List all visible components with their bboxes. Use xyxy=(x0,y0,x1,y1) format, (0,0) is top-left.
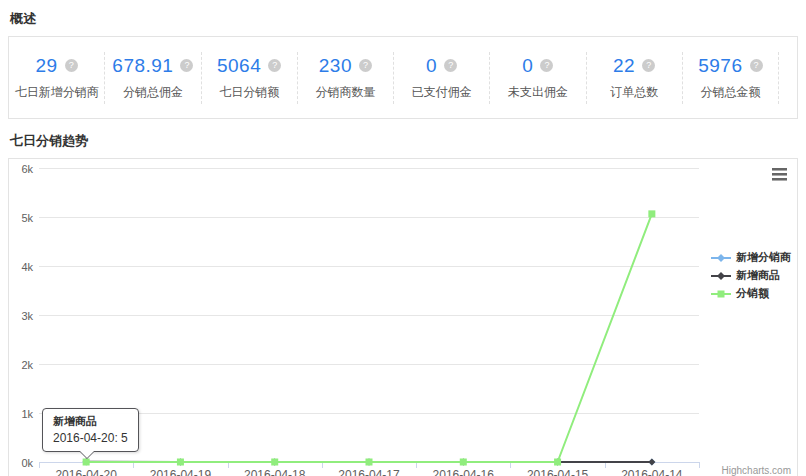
legend-item-1[interactable]: 新增商品 xyxy=(711,268,791,283)
axis-label: 2016-04-19 xyxy=(150,468,212,476)
axis-label: 2016-04-15 xyxy=(527,468,589,476)
axis-label: 2016-04-18 xyxy=(244,468,306,476)
data-point-marker[interactable] xyxy=(83,459,90,466)
axis-label: 1k xyxy=(21,408,33,420)
stat-label: 订单总数 xyxy=(587,84,682,101)
stat-card-sales-7d: 5064 ? 七日分销额 xyxy=(202,52,298,104)
axis-label: 2016-04-17 xyxy=(338,468,400,476)
trend-title: 七日分销趋势 xyxy=(10,132,798,150)
stat-value: 29 xyxy=(36,55,58,77)
legend-label: 新增商品 xyxy=(736,268,780,283)
help-icon[interactable]: ? xyxy=(359,59,372,72)
help-icon[interactable]: ? xyxy=(65,59,78,72)
axis-label: 2016-04-16 xyxy=(433,468,495,476)
axis-label: 6k xyxy=(21,163,33,175)
trend-chart-panel: 0k1k2k3k4k5k6k2016-04-202016-04-192016-0… xyxy=(8,158,798,476)
stat-value: 5976 xyxy=(698,55,742,77)
legend-item-2[interactable]: 分销额 xyxy=(711,286,791,301)
stat-value: 678.91 xyxy=(112,55,173,77)
data-point-marker[interactable] xyxy=(460,459,467,466)
axis-label: 2016-04-20 xyxy=(55,468,117,476)
help-icon[interactable]: ? xyxy=(642,59,655,72)
chart-tooltip: 新增商品 2016-04-20: 5 xyxy=(42,408,139,452)
tooltip-value: 2016-04-20: 5 xyxy=(53,431,128,445)
axis-label: 4k xyxy=(21,261,33,273)
data-point-marker[interactable] xyxy=(648,459,655,466)
stat-card-new-distributors-7d: 29 ? 七日新增分销商 xyxy=(9,52,105,104)
help-icon[interactable]: ? xyxy=(268,59,281,72)
stat-value: 0 xyxy=(426,55,437,77)
stat-card-order-total: 22 ? 订单总数 xyxy=(587,52,683,104)
data-point-marker[interactable] xyxy=(271,459,278,466)
legend-marker-icon xyxy=(711,288,731,300)
stat-label: 七日分销额 xyxy=(202,84,297,101)
series-line-2[interactable] xyxy=(86,214,652,462)
axis-label: 3k xyxy=(21,310,33,322)
stat-value: 0 xyxy=(522,55,533,77)
stat-value: 5064 xyxy=(217,55,261,77)
stat-card-total-amount: 5976 ? 分销总金额 xyxy=(683,52,779,104)
legend-marker-icon xyxy=(711,252,731,264)
legend-item-0[interactable]: 新增分销商 xyxy=(711,250,791,265)
legend-marker-icon xyxy=(711,270,731,282)
stat-label: 已支付佣金 xyxy=(394,84,489,101)
tooltip-series-name: 新增商品 xyxy=(53,414,128,429)
stats-overview-panel: 29 ? 七日新增分销商 678.91 ? 分销总佣金 5064 ? 七日分销额… xyxy=(8,36,798,119)
stat-label: 分销总佣金 xyxy=(105,84,200,101)
stat-value: 230 xyxy=(319,55,352,77)
stat-card-distributor-count: 230 ? 分销商数量 xyxy=(298,52,394,104)
help-icon[interactable]: ? xyxy=(444,59,457,72)
chart-legend: 新增分销商新增商品分销额 xyxy=(711,247,791,304)
page: 概述 29 ? 七日新增分销商 678.91 ? 分销总佣金 5064 ? 七日… xyxy=(0,0,806,476)
axis-label: 0k xyxy=(21,457,33,469)
axis-label: 5k xyxy=(21,212,33,224)
stat-card-paid-commission: 0 ? 已支付佣金 xyxy=(394,52,490,104)
legend-label: 新增分销商 xyxy=(736,250,791,265)
data-point-marker[interactable] xyxy=(366,459,373,466)
highcharts-credit-link[interactable]: Highcharts.com xyxy=(722,465,791,476)
stat-label: 未支出佣金 xyxy=(490,84,585,101)
stat-label: 七日新增分销商 xyxy=(9,84,104,101)
chart-export-menu-button[interactable] xyxy=(771,167,788,182)
data-point-marker[interactable] xyxy=(648,210,655,217)
help-icon[interactable]: ? xyxy=(180,59,193,72)
stat-label: 分销商数量 xyxy=(298,84,393,101)
stat-card-total-commission: 678.91 ? 分销总佣金 xyxy=(105,52,201,104)
legend-label: 分销额 xyxy=(736,286,769,301)
help-icon[interactable]: ? xyxy=(540,59,553,72)
data-point-marker[interactable] xyxy=(177,459,184,466)
stat-value: 22 xyxy=(613,55,635,77)
stat-label: 分销总金额 xyxy=(683,84,778,101)
axis-label: 2k xyxy=(21,359,33,371)
axis-label: 2016-04-14 xyxy=(621,468,683,476)
overview-title: 概述 xyxy=(10,10,798,28)
stat-card-unpaid-commission: 0 ? 未支出佣金 xyxy=(490,52,586,104)
data-point-marker[interactable] xyxy=(554,459,561,466)
help-icon[interactable]: ? xyxy=(750,59,763,72)
